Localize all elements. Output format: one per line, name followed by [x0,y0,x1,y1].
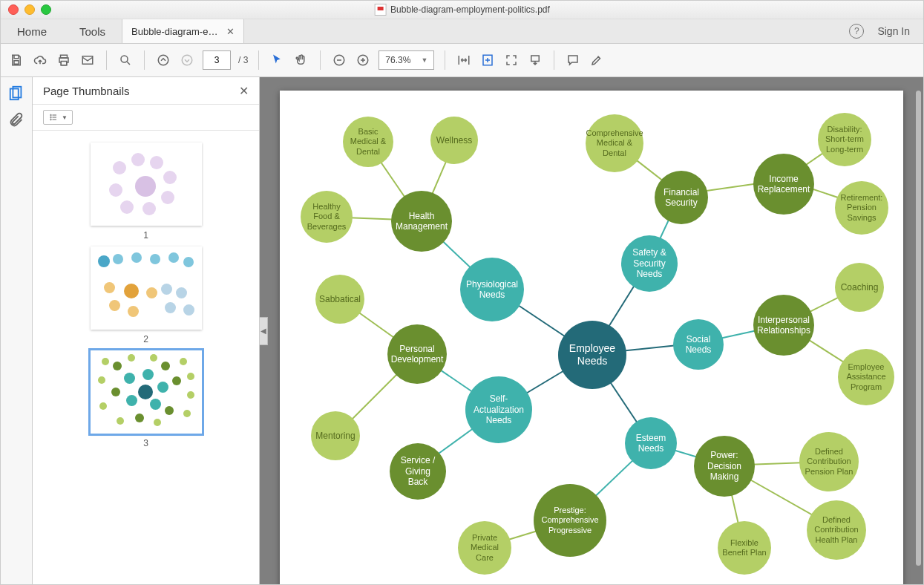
node-private-medical: Private Medical Care [458,521,511,575]
select-tool-icon[interactable] [269,52,286,68]
save-icon[interactable] [8,52,24,68]
node-wellness: Wellness [430,117,478,164]
node-dc-health: Defined Contribution Health Plan [807,500,866,560]
page-down-icon[interactable] [179,52,195,68]
window-title-text: Bubble-diagram-employment-politics.pdf [390,4,550,15]
panel-title: Page Thumbnails [43,85,129,97]
toolbar: / 3 76.3% ▼ [1,44,923,77]
node-health-mgmt: Health Management [391,191,452,252]
zoom-window-button[interactable] [41,4,51,15]
panel-options-menu[interactable]: ▼ [43,110,73,125]
tab-home[interactable]: Home [1,19,63,43]
node-prestige: Prestige: Comprehensive Progressive [534,484,606,557]
collapse-panel-handle[interactable]: ◀ [260,317,268,345]
page-total-label: / 3 [238,55,248,65]
page-canvas: Employee Needs Physiological Needs Safet… [280,91,903,584]
node-comp-medical: Comprehensive Medical & Dental [586,114,643,172]
main-area: Page Thumbnails ✕ ▼ [1,77,923,584]
zoom-out-icon[interactable] [331,52,347,68]
thumbnails-rail-icon[interactable] [8,85,24,101]
node-mentoring: Mentoring [311,411,360,460]
app-window: Bubble-diagram-employment-politics.pdf H… [0,0,924,585]
svg-point-15 [50,119,52,120]
highlight-icon[interactable] [589,52,605,68]
comment-icon[interactable] [565,52,581,68]
node-retirement: Retirement: Pension Savings [835,181,888,235]
node-eap: Employee Assistance Program [838,349,894,405]
thumbnail-3[interactable]: 3 [91,350,202,448]
close-panel-icon[interactable]: ✕ [239,84,249,98]
node-service: Service / Giving Back [390,443,446,500]
thumbnails-panel: Page Thumbnails ✕ ▼ [33,77,260,584]
node-dc-pension: Defined Contribution Pension Plan [799,432,859,491]
node-safety: Safety & Security Needs [621,235,678,292]
page-number-input[interactable] [203,50,231,70]
chevron-down-icon: ▼ [421,56,427,64]
svg-rect-0 [14,61,19,65]
thumbnails-list: 1 [33,131,259,584]
svg-rect-10 [531,56,540,62]
title-bar: Bubble-diagram-employment-politics.pdf [1,1,923,19]
document-viewer[interactable]: ◀ [260,77,923,584]
node-basic-medical: Basic Medical & Dental [343,117,393,167]
node-physiological: Physiological Needs [460,258,524,321]
zoom-level-label: 76.3% [385,55,410,65]
svg-point-6 [182,55,192,65]
node-healthy-food: Healthy Food & Beverages [301,191,353,243]
node-financial-security: Financial Security [655,171,708,224]
page-up-icon[interactable] [155,52,171,68]
window-title: Bubble-diagram-employment-politics.pdf [374,4,550,16]
node-income-replacement: Income Replacement [753,154,814,215]
node-disability: Disability: Short-term Long-term [818,113,871,166]
tab-document-label: Bubble-diagram-e… [131,26,217,37]
node-flex-benefit: Flexible Benefit Plan [718,521,771,575]
node-social: Social Needs [673,319,724,370]
close-tab-icon[interactable]: ✕ [226,26,235,37]
svg-rect-2 [61,62,67,65]
viewer-scrollbar[interactable] [915,77,922,584]
thumbnail-number: 1 [91,230,202,241]
minimize-window-button[interactable] [24,4,35,15]
svg-point-5 [158,55,168,65]
close-window-button[interactable] [8,4,19,15]
email-icon[interactable] [79,52,96,68]
header-actions: ? Sign In [849,19,923,43]
svg-point-14 [50,117,52,118]
node-interpersonal: Interpersonal Relationships [753,295,814,356]
attachments-rail-icon[interactable] [8,111,24,128]
fit-width-icon[interactable] [456,52,472,68]
print-icon[interactable] [56,52,72,68]
fit-page-icon[interactable] [479,52,496,68]
fullscreen-icon[interactable] [503,52,520,68]
node-sabbatical: Sabbatical [315,275,364,324]
sign-in-link[interactable]: Sign In [877,25,910,37]
svg-point-4 [121,56,128,62]
node-center: Employee Needs [558,321,626,389]
help-icon[interactable]: ? [849,24,864,39]
node-esteem: Esteem Needs [625,417,677,469]
thumbnail-number: 2 [91,334,202,344]
read-mode-icon[interactable] [527,52,543,68]
thumbnail-2[interactable]: 2 [91,246,202,344]
panel-header: Page Thumbnails ✕ [33,77,259,104]
tab-tools[interactable]: Tools [63,19,122,43]
zoom-level-select[interactable]: 76.3% ▼ [379,50,434,70]
side-rail [1,77,33,584]
svg-point-13 [50,114,52,116]
window-controls [8,4,51,15]
panel-options: ▼ [33,104,259,131]
node-self-actualization: Self-Actualization Needs [465,376,532,443]
zoom-in-icon[interactable] [355,52,371,68]
node-personal-dev: Personal Development [387,324,447,384]
pdf-file-icon [374,4,386,16]
hand-tool-icon[interactable] [293,52,309,68]
node-coaching: Coaching [835,263,884,312]
thumbnail-1[interactable]: 1 [91,143,202,241]
node-power: Power: Decision Making [694,436,755,497]
tab-bar: Home Tools Bubble-diagram-e… ✕ ? Sign In [1,19,923,44]
scrollbar-thumb[interactable] [916,91,921,566]
search-icon[interactable] [117,52,134,68]
tab-document[interactable]: Bubble-diagram-e… ✕ [122,19,244,43]
thumbnail-number: 3 [91,438,202,448]
cloud-upload-icon[interactable] [32,52,48,68]
